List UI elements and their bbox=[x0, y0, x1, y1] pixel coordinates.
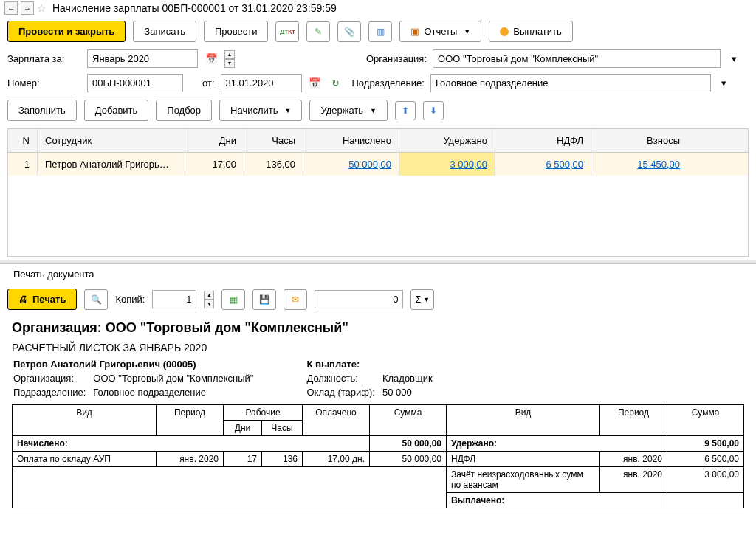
structure-icon[interactable]: ▥ bbox=[368, 21, 392, 42]
r-row0-sum: 6 500,00 bbox=[667, 452, 743, 467]
withheld-total: 9 500,00 bbox=[667, 436, 743, 452]
doc-org-label: Организация: bbox=[13, 372, 92, 384]
edit-icon[interactable]: ✎ bbox=[306, 21, 330, 42]
preview-icon[interactable]: 🔍 bbox=[84, 289, 108, 310]
col-header-days[interactable]: Дни bbox=[185, 129, 244, 152]
org-input[interactable] bbox=[433, 49, 721, 68]
sigma-button[interactable]: Σ▼ bbox=[410, 289, 434, 310]
col-header-ndfl[interactable]: НДФЛ bbox=[495, 129, 591, 152]
col-header-contrib[interactable]: Взносы bbox=[591, 129, 687, 152]
round-icon[interactable]: ↻ bbox=[329, 75, 343, 92]
favorite-icon[interactable]: ☆ bbox=[37, 2, 47, 14]
dtkt-icon[interactable]: ДтКт bbox=[275, 21, 299, 42]
withhold-label: Удержать bbox=[320, 105, 363, 116]
nav-back-button[interactable]: ← bbox=[4, 1, 18, 15]
nav-forward-button[interactable]: → bbox=[21, 1, 34, 15]
doc-salary-label: Оклад (тариф): bbox=[306, 386, 380, 398]
paid-label: Выплачено: bbox=[446, 493, 667, 508]
print-label: Печать bbox=[32, 294, 66, 305]
th-days: Дни bbox=[224, 421, 262, 436]
reports-label: Отчеты bbox=[424, 26, 457, 37]
date-calendar-icon[interactable]: 📅 bbox=[308, 75, 323, 92]
doc-dept-label: Подразделение: bbox=[13, 386, 92, 398]
print-button[interactable]: 🖨Печать bbox=[7, 289, 77, 310]
copies-label: Копий: bbox=[115, 294, 145, 305]
mail-icon[interactable]: ✉ bbox=[284, 289, 307, 310]
cell-ndfl[interactable]: 6 500,00 bbox=[546, 159, 583, 170]
cell-contrib[interactable]: 15 450,00 bbox=[637, 159, 680, 170]
period-spinner[interactable]: ▲▼ bbox=[224, 50, 235, 68]
r-row1-type: Зачёт неизрасходованных сумм по авансам bbox=[446, 467, 599, 493]
doc-pos-label: Должность: bbox=[306, 372, 380, 384]
doc-org-title: Организация: ООО "Торговый дом "Комплекс… bbox=[12, 320, 744, 336]
calendar-icon[interactable]: 📅 bbox=[204, 50, 219, 68]
l-row-period: янв. 2020 bbox=[157, 452, 224, 467]
dept-dropdown-button[interactable]: ▾ bbox=[717, 75, 732, 92]
doc-pos: Кладовщик bbox=[382, 372, 439, 384]
move-up-button[interactable]: ⬆ bbox=[395, 101, 416, 120]
col-header-hours[interactable]: Часы bbox=[244, 129, 303, 152]
r-row0-type: НДФЛ bbox=[446, 452, 599, 467]
th-type-l: Вид bbox=[13, 405, 157, 436]
table-row[interactable]: 1 Петров Анатолий Григорь… 17,00 136,00 … bbox=[8, 153, 748, 176]
attach-icon[interactable]: 📎 bbox=[337, 21, 361, 42]
accrue-button[interactable]: Начислить▼ bbox=[219, 100, 302, 121]
chevron-down-icon: ▼ bbox=[464, 28, 470, 35]
doc-to-pay-label: К выплате: bbox=[306, 358, 438, 370]
date-label: от: bbox=[202, 77, 215, 89]
paid-empty bbox=[667, 493, 743, 508]
payslip-table: Вид Период Рабочие Оплачено Сумма Вид Пе… bbox=[12, 404, 744, 508]
save-disk-icon[interactable]: 💾 bbox=[252, 289, 276, 310]
col-header-accrued[interactable]: Начислено bbox=[303, 129, 399, 152]
copies-input[interactable] bbox=[152, 290, 196, 308]
empty-left bbox=[13, 467, 447, 508]
r-row1-period: янв. 2020 bbox=[599, 467, 667, 493]
payslip-document: Организация: ООО "Торговый дом "Комплекс… bbox=[0, 314, 756, 514]
cell-withheld[interactable]: 3 000,00 bbox=[450, 159, 487, 170]
window-title: Начисление зарплаты 00БП-000001 от 31.01… bbox=[52, 2, 337, 14]
fill-button[interactable]: Заполнить bbox=[7, 100, 77, 121]
pay-button[interactable]: Выплатить bbox=[489, 21, 573, 42]
add-button[interactable]: Добавить bbox=[84, 100, 148, 121]
move-down-button[interactable]: ⬇ bbox=[423, 101, 444, 120]
l-row-paid: 17,00 дн. bbox=[302, 452, 369, 467]
sum-input[interactable] bbox=[315, 290, 403, 308]
printer-icon: 🖨 bbox=[18, 294, 28, 305]
number-label: Номер: bbox=[7, 77, 81, 89]
org-dropdown-button[interactable]: ▾ bbox=[726, 50, 741, 68]
col-header-withheld[interactable]: Удержано bbox=[399, 129, 495, 152]
l-row-type: Оплата по окладу АУП bbox=[13, 452, 157, 467]
number-input[interactable] bbox=[87, 74, 183, 92]
th-hours: Часы bbox=[262, 421, 303, 436]
employee-grid: N Сотрудник Дни Часы Начислено Удержано … bbox=[7, 128, 749, 257]
salary-for-label: Зарплата за: bbox=[7, 53, 81, 64]
col-header-n[interactable]: N bbox=[8, 129, 38, 152]
cell-days: 17,00 bbox=[185, 153, 244, 176]
grid-icon[interactable]: ▦ bbox=[221, 289, 245, 310]
post-and-close-button[interactable]: Провести и закрыть bbox=[7, 21, 126, 42]
cell-accrued[interactable]: 50 000,00 bbox=[348, 159, 391, 170]
copies-spinner[interactable]: ▲▼ bbox=[204, 291, 214, 308]
doc-org: ООО "Торговый дом "Комплексный" bbox=[93, 372, 259, 384]
accrued-label: Начислено: bbox=[13, 436, 370, 452]
pick-button[interactable]: Подбор bbox=[156, 100, 212, 121]
reports-button[interactable]: ▣Отчеты▼ bbox=[399, 21, 481, 42]
print-section-title: Печать документа bbox=[0, 264, 756, 284]
accrued-total: 50 000,00 bbox=[369, 436, 446, 452]
save-button[interactable]: Записать bbox=[133, 21, 196, 42]
l-row-hours: 136 bbox=[262, 452, 303, 467]
col-header-emp[interactable]: Сотрудник bbox=[38, 129, 185, 152]
doc-employee: Петров Анатолий Григорьевич (00005) bbox=[13, 358, 259, 370]
dept-input[interactable] bbox=[430, 74, 711, 92]
salary-for-input[interactable] bbox=[87, 49, 198, 68]
coin-icon bbox=[500, 27, 509, 36]
dept-label: Подразделение: bbox=[352, 77, 425, 89]
withheld-label: Удержано: bbox=[446, 436, 667, 452]
th-work: Рабочие bbox=[224, 405, 303, 421]
withhold-button[interactable]: Удержать▼ bbox=[309, 100, 388, 121]
post-button[interactable]: Провести bbox=[204, 21, 269, 42]
r-row1-sum: 3 000,00 bbox=[667, 467, 743, 493]
date-input[interactable] bbox=[221, 74, 302, 92]
l-row-sum: 50 000,00 bbox=[369, 452, 446, 467]
chevron-down-icon: ▼ bbox=[370, 107, 377, 114]
